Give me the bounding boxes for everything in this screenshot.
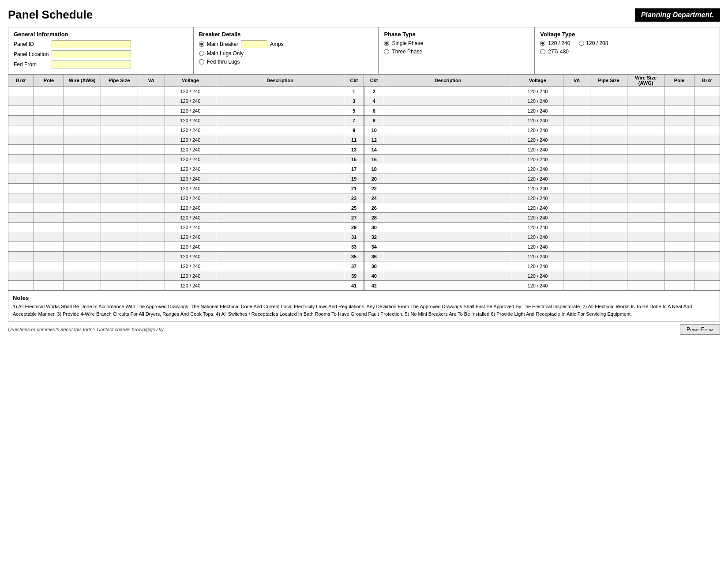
table-cell[interactable] [563,281,590,291]
table-cell[interactable] [627,252,664,261]
table-cell[interactable] [627,96,664,106]
table-cell[interactable]: 120 / 240 [165,271,216,281]
table-cell[interactable] [8,281,34,291]
table-cell[interactable]: 120 / 240 [165,174,216,184]
fed-from-input[interactable] [52,60,131,68]
table-cell[interactable]: 21 [344,184,364,193]
table-cell[interactable]: 120 / 240 [512,223,563,232]
table-cell[interactable]: 1 [344,87,364,96]
three-phase-radio[interactable] [384,49,389,54]
table-cell[interactable]: 120 / 240 [512,164,563,174]
table-cell[interactable] [384,261,512,271]
table-cell[interactable]: 120 / 240 [165,96,216,106]
single-phase-radio[interactable] [384,41,389,46]
table-cell[interactable] [590,271,627,281]
table-cell[interactable]: 120 / 240 [165,184,216,193]
table-cell[interactable] [384,155,512,164]
table-cell[interactable] [627,155,664,164]
table-cell[interactable] [384,203,512,213]
table-cell[interactable] [216,164,344,174]
table-cell[interactable] [384,213,512,223]
table-cell[interactable] [590,145,627,155]
table-cell[interactable] [384,223,512,232]
table-cell[interactable] [8,174,34,184]
table-cell[interactable] [563,252,590,261]
table-cell[interactable] [8,232,34,242]
table-cell[interactable] [138,271,165,281]
table-cell[interactable]: 120 / 240 [165,164,216,174]
table-cell[interactable] [694,106,720,116]
table-cell[interactable]: 7 [344,116,364,125]
table-cell[interactable] [384,125,512,135]
table-cell[interactable] [64,242,101,252]
table-cell[interactable] [590,116,627,125]
table-cell[interactable] [64,116,101,125]
table-cell[interactable] [138,87,165,96]
table-cell[interactable]: 120 / 240 [512,232,563,242]
table-cell[interactable]: 120 / 240 [512,203,563,213]
table-cell[interactable] [563,155,590,164]
table-cell-ckt-right[interactable]: 42 [364,281,384,291]
table-cell[interactable] [34,261,64,271]
table-cell[interactable] [627,87,664,96]
table-cell[interactable] [694,174,720,184]
fed-thru-radio[interactable] [199,59,204,64]
table-cell[interactable] [216,155,344,164]
table-cell[interactable] [8,116,34,125]
table-cell[interactable]: 9 [344,125,364,135]
table-cell[interactable] [563,96,590,106]
table-cell[interactable]: 120 / 240 [165,281,216,291]
table-cell[interactable] [101,116,138,125]
table-cell[interactable] [627,135,664,145]
table-cell[interactable]: 23 [344,193,364,203]
voltage-277-480-radio[interactable] [540,49,545,54]
table-cell[interactable]: 120 / 240 [165,145,216,155]
table-cell[interactable] [694,252,720,261]
table-cell[interactable] [590,125,627,135]
table-cell[interactable] [627,125,664,135]
table-cell-ckt-right[interactable]: 28 [364,213,384,223]
table-cell[interactable] [384,87,512,96]
main-lugs-radio[interactable] [199,51,204,56]
table-cell[interactable] [694,155,720,164]
table-cell[interactable] [64,232,101,242]
table-cell[interactable] [101,242,138,252]
table-cell[interactable] [590,164,627,174]
table-cell[interactable]: 120 / 240 [165,261,216,271]
table-cell[interactable] [64,174,101,184]
table-cell[interactable] [627,213,664,223]
table-cell[interactable] [563,106,590,116]
table-cell[interactable] [384,184,512,193]
table-cell[interactable]: 41 [344,281,364,291]
table-cell[interactable] [34,164,64,174]
table-cell-ckt-right[interactable]: 34 [364,242,384,252]
table-cell[interactable] [563,135,590,145]
table-cell[interactable] [34,271,64,281]
table-cell[interactable]: 15 [344,155,364,164]
table-cell[interactable]: 120 / 240 [512,96,563,106]
table-cell[interactable] [101,213,138,223]
table-cell[interactable] [664,145,694,155]
print-form-button[interactable]: Print Form [680,324,720,335]
table-cell[interactable] [216,203,344,213]
table-cell[interactable] [664,242,694,252]
voltage-120-240-radio[interactable] [540,41,545,46]
table-cell[interactable] [101,203,138,213]
table-cell[interactable] [8,125,34,135]
table-cell[interactable]: 120 / 240 [512,125,563,135]
table-cell[interactable] [34,223,64,232]
table-cell[interactable] [64,184,101,193]
table-cell[interactable] [694,135,720,145]
table-cell[interactable] [694,213,720,223]
table-cell[interactable] [138,223,165,232]
table-cell[interactable] [694,87,720,96]
table-cell[interactable] [664,96,694,106]
table-cell[interactable] [101,125,138,135]
table-cell[interactable] [216,87,344,96]
table-cell[interactable] [664,164,694,174]
table-cell[interactable] [34,193,64,203]
table-cell[interactable]: 17 [344,164,364,174]
table-cell[interactable] [384,232,512,242]
table-cell[interactable] [563,271,590,281]
table-cell[interactable] [64,203,101,213]
